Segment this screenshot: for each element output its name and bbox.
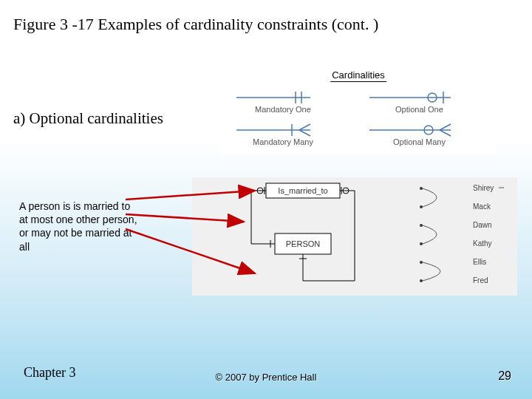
instance-label: Mack <box>473 202 491 211</box>
mandatory-one-icon <box>236 92 310 103</box>
legend-diagram: Mandatory One Optional One Mandatory Man… <box>222 84 495 155</box>
svg-line-13 <box>440 130 451 136</box>
svg-point-30 <box>420 224 423 227</box>
mandatory-many-icon <box>236 124 310 136</box>
footer-chapter: Chapter 3 <box>24 365 75 381</box>
svg-point-29 <box>420 205 423 208</box>
svg-point-31 <box>420 242 423 245</box>
svg-line-12 <box>440 124 451 130</box>
footer-page-number: 29 <box>498 369 511 383</box>
cardinality-legend: Cardinalities Mandatory One Optional One… <box>222 66 495 155</box>
legend-label: Mandatory Many <box>253 137 313 146</box>
svg-line-8 <box>299 124 310 130</box>
figure-title: Figure 3 -17 Examples of cardinality con… <box>13 15 378 34</box>
footer-copyright: © 2007 by Prentice Hall <box>216 372 317 383</box>
legend-label: Mandatory One <box>255 105 311 114</box>
callout-arrows <box>96 177 288 296</box>
svg-point-28 <box>420 187 423 190</box>
instance-label: Kathy <box>473 239 492 248</box>
instance-label: Dawn <box>473 221 492 229</box>
instance-label: Ellis <box>473 258 486 266</box>
svg-line-35 <box>126 191 255 200</box>
instance-label: Shirey <box>473 184 494 192</box>
optional-one-icon <box>369 92 451 103</box>
entity-label: PERSON <box>286 239 321 248</box>
legend-label: Optional Many <box>393 137 446 146</box>
legend-label: Optional One <box>395 105 443 114</box>
svg-line-9 <box>299 130 310 136</box>
instance-dots <box>420 187 423 282</box>
instance-pairings <box>423 188 440 281</box>
svg-point-33 <box>420 279 423 282</box>
instance-label: Fred <box>473 276 488 284</box>
svg-point-32 <box>420 261 423 264</box>
svg-line-36 <box>126 214 244 222</box>
optional-many-icon <box>369 124 451 136</box>
figure-subtitle: a) Optional cardinalities <box>13 109 163 128</box>
legend-heading: Cardinalities <box>330 69 386 82</box>
svg-line-37 <box>126 229 255 273</box>
